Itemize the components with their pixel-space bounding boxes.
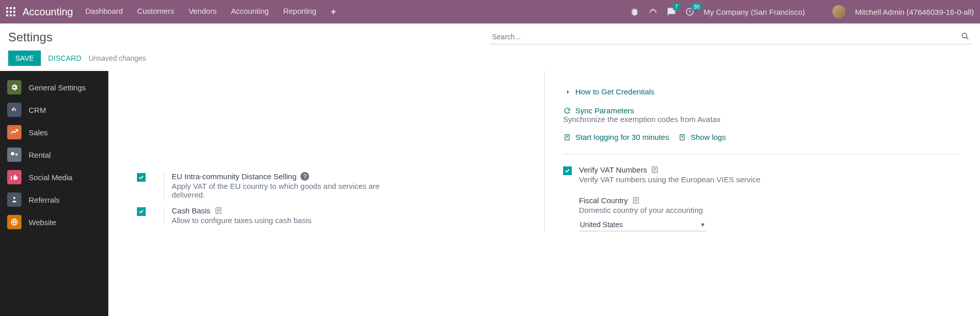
settings-sidebar: General Settings CRM Sales Rental Social… [0,71,108,316]
sidebar-item-label: Social Media [29,173,73,182]
messages-badge: 7 [673,3,680,10]
setting-title: Cash Basis [172,206,211,215]
svg-rect-3 [6,11,8,13]
search-box [490,30,972,44]
save-button[interactable]: SAVE [8,51,41,66]
link-label: Sync Parameters [575,106,634,115]
sync-desc: Synchronize the exemption codes from Ava… [563,115,960,124]
setting-verify-vat: Verify VAT Numbers Verify VAT numbers us… [563,165,960,184]
debug-icon[interactable] [630,7,639,16]
nav-vendors[interactable]: Vendors [189,7,217,17]
link-label: How to Get Credentials [575,87,655,96]
globe-icon [7,215,21,229]
control-panel: Settings SAVE DISCARD Unsaved changes [0,23,980,71]
sidebar-item-label: General Settings [29,83,86,92]
setting-desc: Apply VAT of the EU country to which goo… [172,182,396,199]
link-credentials[interactable]: How to Get Credentials [563,87,960,96]
nav-customers[interactable]: Customers [137,7,174,17]
setting-title: Fiscal Country [579,196,628,205]
checkbox-verify-vat[interactable] [563,166,572,175]
svg-rect-2 [13,7,15,9]
setting-title: Verify VAT Numbers [579,165,647,174]
setting-cash-basis: Cash Basis Allow to configure taxes usin… [137,206,526,225]
nav-add[interactable]: + [331,7,336,17]
nav-dashboard[interactable]: Dashboard [85,7,123,17]
svg-rect-4 [10,11,12,13]
company-switcher[interactable]: My Company (San Francisco) [704,8,805,16]
gear-icon [7,80,21,94]
nav-accounting[interactable]: Accounting [231,7,269,17]
username[interactable]: Mitchell Admin (47646039-16-0-all) [855,8,974,16]
sidebar-item-general[interactable]: General Settings [0,76,108,99]
checkbox-cash-basis[interactable] [137,207,146,216]
svg-rect-8 [13,14,15,16]
checkbox-eu-distance[interactable] [137,173,146,182]
svg-point-10 [962,33,967,38]
sidebar-item-label: CRM [29,106,46,114]
setting-eu-distance-selling: EU Intra-community Distance Selling ? Ap… [137,172,526,199]
chart-icon [7,125,21,139]
unsaved-indicator: Unsaved changes [88,54,146,62]
sidebar-item-referrals[interactable]: Referrals [0,188,108,211]
apps-icon[interactable] [6,7,15,16]
svg-rect-6 [6,14,8,16]
sidebar-item-rental[interactable]: Rental [0,143,108,166]
link-sync-params[interactable]: Sync Parameters [563,106,960,115]
sidebar-item-website[interactable]: Website [0,211,108,233]
link-label: Show logs [690,133,726,141]
avatar[interactable] [832,5,846,18]
handshake-icon [7,103,21,117]
topbar: Accounting Dashboard Customers Vendors A… [0,0,980,23]
brand[interactable]: Accounting [22,6,73,18]
sidebar-item-label: Rental [29,151,51,159]
settings-gear-icon[interactable] [814,7,823,16]
setting-desc: Domestic country of your accounting [579,206,804,214]
svg-rect-0 [6,7,8,9]
doc-icon[interactable] [632,197,640,204]
search-input[interactable] [490,30,972,44]
people-icon [7,192,21,207]
doc-icon[interactable] [215,207,222,214]
sidebar-item-label: Referrals [29,196,60,204]
link-label: Start logging for 30 minutes [575,133,669,141]
discard-button[interactable]: DISCARD [48,54,81,62]
sidebar-item-label: Website [29,218,56,227]
svg-rect-1 [10,7,12,9]
svg-point-11 [13,197,15,199]
fiscal-country-select[interactable]: United States ▼ [579,218,707,231]
setting-desc: Allow to configure taxes using cash basi… [172,216,396,225]
svg-rect-7 [10,14,12,16]
thumbs-up-icon [7,170,21,184]
sidebar-item-social[interactable]: Social Media [0,166,108,188]
key-icon [7,148,21,162]
sidebar-item-sales[interactable]: Sales [0,121,108,143]
messages-icon[interactable]: 7 [667,7,676,16]
setting-desc: Verify VAT numbers using the European VI… [579,175,804,184]
svg-rect-5 [13,11,15,13]
link-show-logs[interactable]: Show logs [678,133,726,141]
nav-reporting[interactable]: Reporting [283,7,316,17]
setting-fiscal-country: Fiscal Country Domestic country of your … [563,196,960,231]
chevron-down-icon: ▼ [700,222,706,228]
search-icon[interactable] [961,32,970,42]
sidebar-item-label: Sales [29,128,48,137]
support-icon[interactable] [648,7,658,16]
top-icons: 7 38 My Company (San Francisco) Mitchell… [630,5,974,18]
setting-title: EU Intra-community Distance Selling [172,172,296,181]
page-title: Settings [8,30,490,44]
activities-icon[interactable]: 38 [685,7,694,16]
settings-form: EU Intra-community Distance Selling ? Ap… [108,71,980,316]
top-nav: Dashboard Customers Vendors Accounting R… [85,7,336,17]
link-start-logging[interactable]: Start logging for 30 minutes [563,133,669,141]
sidebar-item-crm[interactable]: CRM [0,99,108,121]
doc-icon[interactable] [651,166,659,174]
select-value: United States [580,221,623,229]
activities-badge: 38 [691,3,702,10]
help-icon[interactable]: ? [300,172,309,181]
